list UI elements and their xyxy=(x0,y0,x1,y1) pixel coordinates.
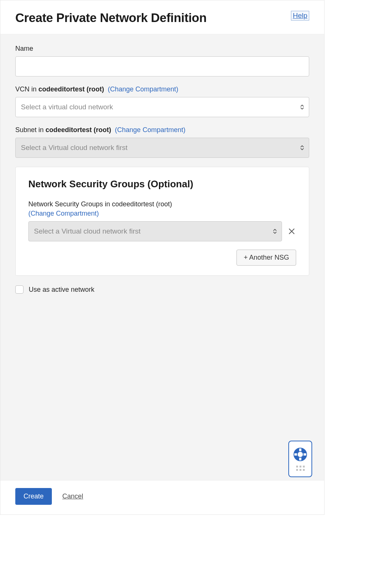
nsg-row: Select a Virtual cloud network first xyxy=(28,221,296,241)
name-field-block: Name xyxy=(15,45,309,76)
add-nsg-button[interactable]: + Another NSG xyxy=(236,250,296,266)
vcn-select[interactable]: Select a virtual cloud network xyxy=(15,97,309,117)
dialog-header: Create Private Network Definition Help xyxy=(0,0,324,34)
nsg-select-wrap: Select a Virtual cloud network first xyxy=(28,221,282,241)
nsg-label-prefix: Network Security Groups in xyxy=(28,200,112,208)
cancel-link[interactable]: Cancel xyxy=(62,492,83,500)
support-widget-button[interactable] xyxy=(288,441,312,477)
nsg-heading: Network Security Groups (Optional) xyxy=(28,178,296,190)
nsg-actions: + Another NSG xyxy=(28,250,296,266)
subnet-select[interactable]: Select a Virtual cloud network first xyxy=(15,138,309,158)
active-network-checkbox[interactable] xyxy=(15,285,23,294)
subnet-compartment: codeeditortest (root) xyxy=(46,126,111,134)
nsg-label: Network Security Groups in codeeditortes… xyxy=(28,200,296,218)
create-button[interactable]: Create xyxy=(15,488,52,505)
name-input[interactable] xyxy=(15,56,309,76)
form-body: Name VCN in codeeditortest (root) (Chang… xyxy=(0,34,324,480)
dialog-footer: Create Cancel xyxy=(0,480,324,514)
vcn-change-compartment-link[interactable]: (Change Compartment) xyxy=(108,85,178,93)
nsg-compartment: codeeditortest (root) xyxy=(112,200,172,208)
subnet-select-wrap: Select a Virtual cloud network first xyxy=(15,138,309,158)
nsg-panel: Network Security Groups (Optional) Netwo… xyxy=(15,167,309,276)
vcn-select-wrap: Select a virtual cloud network xyxy=(15,97,309,117)
page-title: Create Private Network Definition xyxy=(15,11,207,25)
close-icon xyxy=(288,228,295,235)
name-label: Name xyxy=(15,45,309,53)
vcn-compartment: codeeditortest (root) xyxy=(38,85,104,93)
remove-nsg-button[interactable] xyxy=(287,227,296,236)
nsg-change-compartment-link[interactable]: (Change Compartment) xyxy=(28,210,296,218)
drag-grid-icon xyxy=(296,466,305,471)
vcn-field-block: VCN in codeeditortest (root) (Change Com… xyxy=(15,85,309,117)
subnet-label-prefix: Subnet in xyxy=(15,126,46,134)
subnet-label: Subnet in codeeditortest (root) xyxy=(15,126,111,134)
vcn-label-prefix: VCN in xyxy=(15,85,38,93)
active-network-row: Use as active network xyxy=(15,285,309,294)
active-network-label: Use as active network xyxy=(29,286,94,294)
help-link[interactable]: Help xyxy=(291,11,309,21)
subnet-change-compartment-link[interactable]: (Change Compartment) xyxy=(115,126,185,134)
vcn-label: VCN in codeeditortest (root) xyxy=(15,85,104,93)
lifebuoy-icon xyxy=(293,447,308,462)
nsg-select[interactable]: Select a Virtual cloud network first xyxy=(28,221,282,241)
subnet-field-block: Subnet in codeeditortest (root) (Change … xyxy=(15,126,309,158)
